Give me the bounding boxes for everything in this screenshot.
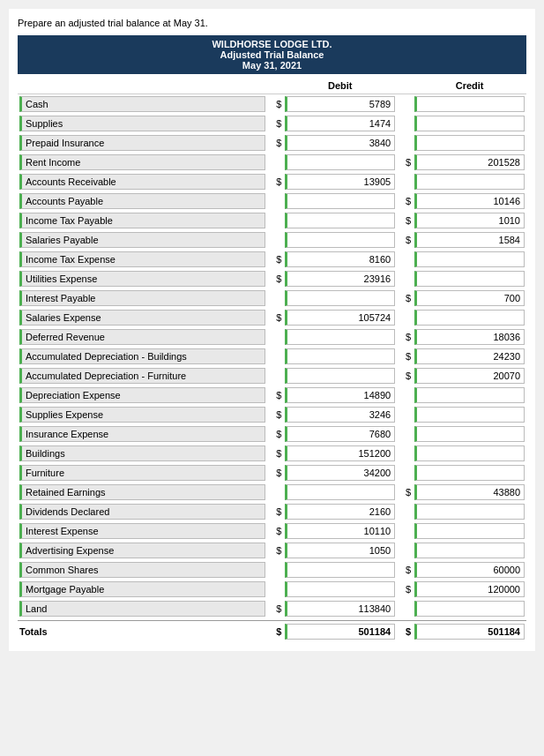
- row-credit-cell: [413, 521, 526, 541]
- row-credit-box: 20070: [414, 368, 525, 384]
- row-credit-box: [414, 251, 525, 267]
- table-row: Supplies $ 1474: [18, 114, 526, 133]
- row-label-box: Furniture: [19, 465, 265, 481]
- row-label-box: Accumulated Depreciation - Buildings: [19, 348, 265, 364]
- row-debit-box: [285, 562, 395, 578]
- row-credit-cell: [413, 172, 526, 191]
- row-table-14: Accumulated Depreciation - Furniture $ 2…: [18, 366, 526, 385]
- row-credit-box: [414, 426, 525, 442]
- row-debit-box: [285, 329, 395, 345]
- row-credit-dollar: [397, 599, 413, 618]
- row-credit-box: [414, 407, 525, 423]
- row-label-cell: Buildings: [18, 444, 267, 463]
- row-label: Buildings: [26, 448, 65, 459]
- row-credit-dollar: $: [397, 347, 413, 366]
- table-row: Dividends Declared $ 2160: [18, 502, 526, 521]
- row-credit-cell: 43880: [413, 483, 526, 502]
- row-credit-cell: 18036: [413, 327, 526, 347]
- row-label: Rent Income: [26, 157, 80, 168]
- row-credit-dollar: [397, 444, 413, 463]
- totals-table: Totals $ 501184 $ 501184: [18, 620, 526, 642]
- row-label: Interest Payable: [26, 293, 96, 303]
- row-label: Income Tax Payable: [26, 215, 113, 226]
- row-debit-cell: 105724: [283, 308, 397, 327]
- table-row: Accumulated Depreciation - Buildings $ 2…: [18, 347, 526, 366]
- row-label-cell: Salaries Payable: [18, 230, 267, 250]
- row-credit-cell: 120000: [413, 580, 526, 599]
- row-debit-cell: 113840: [283, 599, 397, 618]
- totals-debit-box: 501184: [285, 624, 395, 640]
- row-debit-dollar: [267, 153, 283, 172]
- row-debit-dollar: $: [267, 94, 283, 114]
- row-credit-dollar: [397, 385, 413, 405]
- row-label-box: Income Tax Expense: [19, 251, 265, 267]
- row-credit-dollar: [397, 114, 413, 133]
- totals-label: Totals: [18, 621, 267, 643]
- intro-text: Prepare an adjusted trial balance at May…: [18, 18, 526, 28]
- row-credit-cell: [413, 385, 526, 405]
- totals-credit-box: 501184: [414, 624, 525, 640]
- row-debit-box: 1474: [285, 116, 395, 131]
- row-label-box: Mortgage Payable: [19, 581, 265, 597]
- row-label-cell: Supplies Expense: [18, 405, 267, 424]
- row-label: Supplies: [26, 118, 63, 129]
- row-label-cell: Salaries Expense: [18, 308, 267, 327]
- row-table-11: Salaries Expense $ 105724: [18, 308, 526, 327]
- company-header: WILDHORSE LODGE LTD. Adjusted Trial Bala…: [18, 35, 526, 74]
- row-label: Salaries Expense: [26, 312, 101, 323]
- table-row: Furniture $ 34200: [18, 463, 526, 483]
- row-table-22: Interest Expense $ 10110: [18, 521, 526, 541]
- row-label-cell: Depreciation Expense: [18, 385, 267, 405]
- row-credit-box: [414, 310, 525, 326]
- row-credit-cell: 1584: [413, 230, 526, 250]
- credit-header: Credit: [413, 78, 526, 94]
- table-row: Salaries Payable $ 1584: [18, 230, 526, 250]
- table-row: Utilities Expense $ 23916: [18, 269, 526, 288]
- row-debit-dollar: [267, 191, 283, 211]
- row-debit-box: [285, 348, 395, 364]
- row-label-box: Cash: [19, 96, 265, 112]
- row-debit-dollar: [267, 211, 283, 230]
- table-row: Insurance Expense $ 7680: [18, 424, 526, 444]
- row-debit-dollar: [267, 560, 283, 580]
- row-label-box: Common Shares: [19, 562, 265, 578]
- row-debit-cell: [283, 483, 397, 502]
- row-credit-dollar: [397, 133, 413, 153]
- totals-debit-dollar: $: [267, 621, 283, 643]
- row-debit-cell: 14890: [283, 385, 397, 405]
- row-credit-cell: [413, 599, 526, 618]
- row-credit-box: [414, 601, 525, 617]
- row-credit-cell: [413, 502, 526, 521]
- row-table-7: Salaries Payable $ 1584: [18, 230, 526, 250]
- row-credit-box: 120000: [414, 581, 525, 597]
- row-credit-dollar: $: [397, 153, 413, 172]
- row-debit-dollar: $: [267, 114, 283, 133]
- row-table-23: Advertising Expense $ 1050: [18, 541, 526, 560]
- table-row: Advertising Expense $ 1050: [18, 541, 526, 560]
- row-credit-box: 60000: [414, 562, 525, 578]
- row-label-cell: Interest Payable: [18, 288, 267, 308]
- row-debit-dollar: $: [267, 308, 283, 327]
- rows-container: Cash $ 5789: [18, 94, 526, 618]
- row-credit-cell: [413, 405, 526, 424]
- table-row: Retained Earnings $ 43880: [18, 483, 526, 502]
- row-credit-box: [414, 504, 525, 520]
- row-table-16: Supplies Expense $ 3246: [18, 405, 526, 424]
- label-col-header: [18, 78, 267, 94]
- row-debit-box: 105724: [285, 310, 395, 326]
- row-credit-dollar: $: [397, 560, 413, 580]
- row-credit-box: 18036: [414, 329, 525, 345]
- row-credit-box: 1584: [414, 232, 525, 248]
- table-row: Interest Payable $ 700: [18, 288, 526, 308]
- header-table: WILDHORSE LODGE LTD. Adjusted Trial Bala…: [18, 35, 526, 74]
- row-label-box: Interest Payable: [19, 290, 265, 306]
- row-debit-dollar: $: [267, 502, 283, 521]
- row-label: Mortgage Payable: [26, 584, 104, 595]
- row-label-cell: Accounts Receivable: [18, 172, 267, 191]
- row-credit-box: [414, 116, 525, 131]
- row-credit-cell: 24230: [413, 347, 526, 366]
- row-table-13: Accumulated Depreciation - Buildings $ 2…: [18, 347, 526, 366]
- row-credit-dollar: [397, 94, 413, 114]
- table-row: Depreciation Expense $ 14890: [18, 385, 526, 405]
- row-debit-cell: 2160: [283, 502, 397, 521]
